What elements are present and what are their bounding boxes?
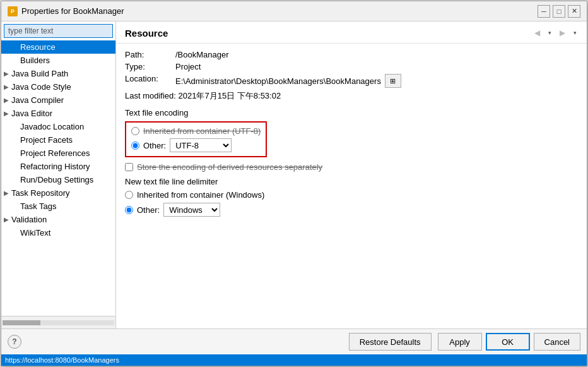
sidebar: ResourceBuilders▶Java Build Path▶Java Co…: [1, 21, 116, 328]
main-header: Resource ◀ ▾ ▶ ▾: [116, 21, 587, 44]
restore-defaults-button[interactable]: Restore Defaults: [349, 333, 432, 351]
scroll-track: [3, 320, 114, 325]
sidebar-item-label: Validation: [11, 215, 47, 224]
dialog-footer: ? Restore Defaults Apply OK Cancel: [1, 328, 587, 354]
other-encoding-radio[interactable]: [131, 141, 139, 150]
sidebar-item-label: Java Build Path: [11, 69, 68, 78]
cancel-button[interactable]: Cancel: [534, 333, 580, 351]
type-value: Project: [175, 62, 201, 71]
sidebar-item-java-code-style[interactable]: ▶Java Code Style: [1, 80, 115, 93]
back-button[interactable]: ◀: [530, 27, 544, 39]
help-button[interactable]: ?: [8, 335, 21, 349]
store-label-text: Store the encoding of derived resources …: [137, 162, 322, 172]
sidebar-item-label: Javadoc Location: [20, 122, 84, 131]
title-bar: P Properties for BookManager ─ □ ✕: [1, 1, 587, 21]
location-value: E:\Administrator\Desktop\BookManagers\Bo…: [175, 76, 381, 86]
store-label: Store the encoding of derived resources …: [137, 162, 322, 172]
sidebar-item-label: Java Editor: [11, 109, 52, 118]
expand-arrow-icon: ▶: [4, 97, 9, 104]
browse-button[interactable]: ⊞: [385, 74, 401, 88]
title-bar-left: P Properties for BookManager: [8, 6, 124, 16]
sidebar-item-label: Refactoring History: [20, 162, 90, 171]
expand-arrow-icon: ▶: [4, 110, 9, 117]
type-label: Type:: [125, 62, 175, 71]
sidebar-item-label: WikiText: [20, 228, 50, 238]
text-file-encoding-section: Text file encoding Inherited from contai…: [125, 108, 578, 172]
expand-arrow-icon: ▶: [4, 216, 9, 223]
sidebar-item-project-references[interactable]: Project References: [1, 147, 115, 160]
store-checkbox[interactable]: [125, 163, 133, 171]
sidebar-scrollbar[interactable]: [1, 316, 115, 328]
back-dropdown[interactable]: ▾: [545, 27, 554, 39]
sidebar-item-wikitext[interactable]: WikiText: [1, 226, 115, 239]
inherited-radio-row: Inherited from container (UTF-8): [131, 126, 261, 136]
last-modified-value: 2021年7月15日 下午8:53:02: [179, 91, 281, 100]
dialog-icon: P: [8, 6, 18, 16]
delimiter-other-label: Other:: [137, 205, 160, 215]
path-value: /BookManager: [175, 50, 229, 59]
maximize-button[interactable]: □: [553, 5, 565, 18]
sidebar-item-java-build-path[interactable]: ▶Java Build Path: [1, 67, 115, 80]
delimiter-other-row: Other: Windows Unix Mac OS X: [125, 203, 578, 217]
expand-arrow-icon: ▶: [4, 70, 9, 77]
sidebar-item-label: Task Tags: [20, 202, 57, 211]
sidebar-item-java-editor[interactable]: ▶Java Editor: [1, 107, 115, 120]
encoding-red-border: Inherited from container (UTF-8) Other: …: [125, 121, 267, 157]
delimiter-other-radio[interactable]: [125, 206, 133, 214]
scroll-thumb: [3, 320, 40, 325]
sidebar-items: ResourceBuilders▶Java Build Path▶Java Co…: [1, 40, 115, 316]
forward-button[interactable]: ▶: [555, 27, 569, 39]
location-label: Location:: [125, 74, 175, 88]
ok-button[interactable]: OK: [486, 333, 530, 351]
properties-dialog: P Properties for BookManager ─ □ ✕ Resou…: [1, 1, 587, 366]
inherited-radio[interactable]: [131, 127, 139, 135]
sidebar-item-run-debug-settings[interactable]: Run/Debug Settings: [1, 173, 115, 186]
main-title: Resource: [125, 28, 168, 39]
inherited-radio-label: Inherited from container (UTF-8): [143, 126, 261, 136]
sidebar-item-task-tags[interactable]: Task Tags: [1, 200, 115, 213]
other-encoding-row: Other: UTF-8 UTF-16 ISO-8859-1 US-ASCII: [131, 138, 261, 152]
sidebar-item-java-compiler[interactable]: ▶Java Compiler: [1, 93, 115, 107]
sidebar-item-javadoc-location[interactable]: Javadoc Location: [1, 120, 115, 133]
status-text: https://localhost:8080/BookManagers: [5, 356, 119, 364]
inherited-label-text: Inherited from container (UTF-8): [143, 126, 261, 136]
filter-input[interactable]: [4, 24, 113, 38]
sidebar-item-label: Java Compiler: [11, 95, 64, 105]
nav-buttons: ◀ ▾ ▶ ▾: [530, 27, 579, 39]
sidebar-item-label: Run/Debug Settings: [20, 175, 93, 184]
sidebar-item-label: Resource: [20, 42, 56, 52]
sidebar-item-builders[interactable]: Builders: [1, 54, 115, 67]
encoding-select[interactable]: UTF-8 UTF-16 ISO-8859-1 US-ASCII: [170, 138, 232, 152]
encoding-section-label: Text file encoding: [125, 108, 578, 117]
delimiter-inherited-radio[interactable]: [125, 191, 133, 199]
path-label: Path:: [125, 50, 175, 59]
sidebar-item-label: Java Code Style: [11, 82, 71, 92]
minimize-button[interactable]: ─: [538, 5, 550, 18]
location-row: Location: E:\Administrator\Desktop\BookM…: [125, 74, 578, 88]
expand-arrow-icon: ▶: [4, 83, 9, 90]
delimiter-select[interactable]: Windows Unix Mac OS X: [163, 203, 220, 217]
sidebar-item-task-repository[interactable]: ▶Task Repository: [1, 186, 115, 200]
other-encoding-label: Other:: [143, 141, 166, 150]
store-checkbox-row: Store the encoding of derived resources …: [125, 162, 578, 172]
forward-dropdown[interactable]: ▾: [570, 27, 579, 39]
apply-button[interactable]: Apply: [438, 333, 482, 351]
last-modified-label: Last modified:: [125, 91, 176, 100]
sidebar-item-label: Builders: [20, 56, 50, 65]
sidebar-item-resource[interactable]: Resource: [1, 40, 115, 54]
footer-right: Restore Defaults Apply OK Cancel: [349, 333, 580, 351]
delimiter-inherited-label: Inherited from container (Windows): [137, 190, 264, 200]
sidebar-item-validation[interactable]: ▶Validation: [1, 213, 115, 226]
footer-left: ?: [8, 335, 21, 349]
last-modified-row: Last modified: 2021年7月15日 下午8:53:02: [125, 90, 578, 102]
main-scroll-area: Path: /BookManager Type: Project Locatio…: [116, 44, 587, 328]
sidebar-item-project-facets[interactable]: Project Facets: [1, 133, 115, 147]
status-bar: https://localhost:8080/BookManagers: [1, 354, 587, 366]
type-row: Type: Project: [125, 62, 578, 71]
main-content: Resource ◀ ▾ ▶ ▾ Path: /BookManager Type…: [116, 21, 587, 328]
expand-arrow-icon: ▶: [4, 190, 9, 196]
sidebar-item-refactoring-history[interactable]: Refactoring History: [1, 160, 115, 173]
location-value-area: E:\Administrator\Desktop\BookManagers\Bo…: [175, 74, 578, 88]
title-buttons: ─ □ ✕: [538, 5, 580, 18]
close-button[interactable]: ✕: [568, 5, 580, 18]
